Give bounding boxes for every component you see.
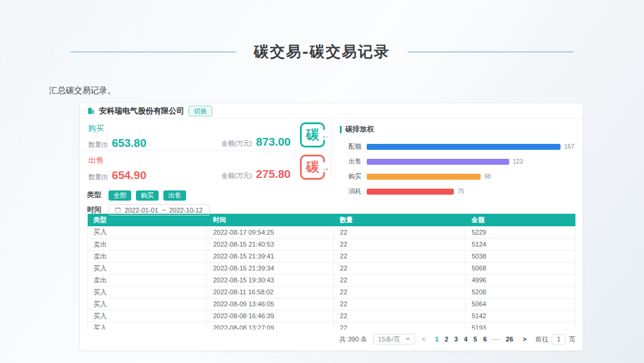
column-header: 数量 (334, 214, 466, 226)
chart-title: 碳排放权 (340, 124, 574, 134)
page-number-button[interactable]: 26 (503, 336, 516, 343)
page-number-button[interactable]: 4 (461, 336, 470, 343)
arrow-left-icon: ← (321, 130, 330, 140)
summary-section: 购买 数量(t) 653.80 金额(万元) 873.00 碳 ← 出售 数量(… (80, 119, 583, 183)
buy-amount-label: 金额(万元) (221, 139, 252, 148)
page-subtitle: 汇总碳交易记录。 (49, 85, 116, 96)
buy-label: 购买 (88, 123, 323, 134)
company-name: 安科瑞电气股份有限公司 (99, 106, 184, 116)
pagination-ellipsis-icon[interactable]: ··· (490, 336, 503, 343)
bar-category-label: 出售 (340, 157, 361, 166)
table-cell: 买入 (88, 310, 207, 322)
sell-amount-value: 275.80 (256, 168, 290, 181)
page-title: 碳交易-碳交易记录 (254, 42, 390, 61)
page-number-button[interactable]: 5 (470, 336, 480, 343)
bar-category-label: 配额 (340, 142, 361, 151)
table-cell: 买入 (88, 322, 207, 330)
type-filter-button[interactable]: 购买 (136, 190, 159, 201)
table-cell: 2022-08-15 21:39:41 (207, 250, 334, 262)
bar-value-label: 98 (484, 173, 491, 180)
carbon-icon-char: 碳 (306, 158, 319, 176)
column-header: 时间 (207, 214, 334, 226)
carbon-out-icon: 碳 → (300, 155, 325, 180)
trade-summary-panel: 购买 数量(t) 653.80 金额(万元) 873.00 碳 ← 出售 数量(… (80, 119, 332, 183)
type-filter-buttons: 全部购买出售 (109, 189, 191, 201)
bar-fill (367, 174, 481, 180)
table-row: 卖出2022-08-15 21:39:41225038 (88, 250, 575, 262)
table-cell: 4996 (465, 274, 575, 286)
table-header-row: 类型时间数量金额 (88, 214, 575, 226)
table-cell: 22 (334, 286, 466, 298)
table-cell: 22 (334, 310, 466, 322)
title-decor-line-left (70, 51, 236, 53)
table-cell: 买入 (88, 286, 207, 298)
prev-page-button[interactable]: < (419, 336, 428, 343)
page-number-button[interactable]: 6 (480, 336, 490, 343)
date-start-value: 2022-01-01 (123, 207, 159, 214)
chart-title-text: 碳排放权 (345, 124, 374, 134)
goto-label: 前往 (535, 335, 549, 344)
table-cell: 2022-08-17 09:54:25 (207, 226, 334, 238)
calendar-icon (114, 207, 121, 213)
sell-amount-group: 金额(万元) 275.80 (221, 168, 290, 181)
bar-category-label: 消耗 (340, 187, 361, 196)
table-cell: 22 (334, 238, 466, 250)
title-decor-line-right (408, 51, 574, 53)
bar-value-label: 75 (457, 188, 464, 195)
table-row: 卖出2022-08-15 19:30:43224996 (88, 274, 575, 286)
chart-bar-row: 消耗75 (340, 187, 574, 196)
date-range-input[interactable]: 2022-01-01 ~ 2022-10-12 (109, 204, 210, 216)
bar-fill (367, 144, 561, 150)
table-cell: 2022-08-15 21:39:34 (207, 262, 334, 274)
buy-qty-label: 数量(t) (88, 140, 107, 149)
table-cell: 5038 (465, 250, 575, 262)
goto-page-group: 前往 页 (535, 334, 575, 344)
table-cell: 5229 (465, 226, 575, 238)
sell-label: 出售 (88, 155, 323, 166)
switch-company-button[interactable]: 切换 (188, 106, 212, 116)
table-cell: 22 (334, 322, 466, 330)
date-separator: ~ (162, 207, 165, 214)
type-filter-button[interactable]: 出售 (163, 190, 186, 201)
emission-rights-chart: 碳排放权 配额167出售123购买98消耗75 (332, 119, 583, 183)
table-cell: 卖出 (88, 274, 207, 286)
carbon-trade-card: 安科瑞电气股份有限公司 切换 购买 数量(t) 653.80 金额(万元) 87… (79, 103, 583, 351)
sell-qty-value: 654.90 (112, 169, 146, 182)
page-size-select[interactable]: 15条/页 (373, 334, 415, 344)
page-number-button[interactable]: 1 (432, 336, 442, 343)
table-row: 买入2022-08-09 13:46:05225064 (88, 298, 575, 310)
bar-value-label: 167 (564, 143, 574, 150)
table-cell: 买入 (88, 262, 207, 274)
pagination-bar: 共 390 条 15条/页 < 123456···26 > 前往 页 (87, 334, 575, 344)
table-cell: 买入 (88, 226, 207, 238)
table-cell: 5124 (465, 238, 575, 250)
page-number-button[interactable]: 2 (442, 336, 451, 343)
table-cell: 2022-08-15 21:40:53 (207, 238, 334, 250)
buy-qty-value: 653.80 (112, 137, 146, 150)
table-cell: 买入 (88, 298, 207, 310)
table-cell: 5193 (465, 322, 575, 330)
table-cell: 卖出 (88, 250, 207, 262)
goto-suffix: 页 (569, 335, 575, 344)
total-count: 共 390 条 (339, 335, 367, 344)
bar-value-label: 123 (513, 158, 523, 165)
table-cell: 5208 (465, 286, 575, 298)
table-cell: 22 (334, 226, 466, 238)
page-size-value: 15条/页 (378, 335, 400, 344)
table-row: 买入2022-08-17 09:54:25225229 (88, 226, 575, 238)
table-cell: 卖出 (88, 238, 207, 250)
chart-bar-row: 配额167 (340, 142, 574, 151)
chart-bar-row: 购买98 (340, 172, 574, 181)
time-filter-label: 时间 (87, 205, 109, 215)
table-cell: 2022-08-09 13:46:05 (207, 298, 334, 310)
table-cell: 2022-08-08 16:46:39 (207, 310, 334, 322)
table-cell: 2022-08-15 19:30:43 (207, 274, 334, 286)
bar-fill (367, 159, 509, 165)
type-filter-button[interactable]: 全部 (109, 190, 131, 201)
page-number-button[interactable]: 3 (451, 336, 461, 343)
table-cell: 2022-08-11 16:58:02 (207, 286, 334, 298)
goto-page-input[interactable] (552, 334, 566, 344)
table-cell: 22 (334, 274, 466, 286)
slide-title-row: 碳交易-碳交易记录 (0, 42, 644, 61)
next-page-button[interactable]: > (520, 336, 530, 343)
